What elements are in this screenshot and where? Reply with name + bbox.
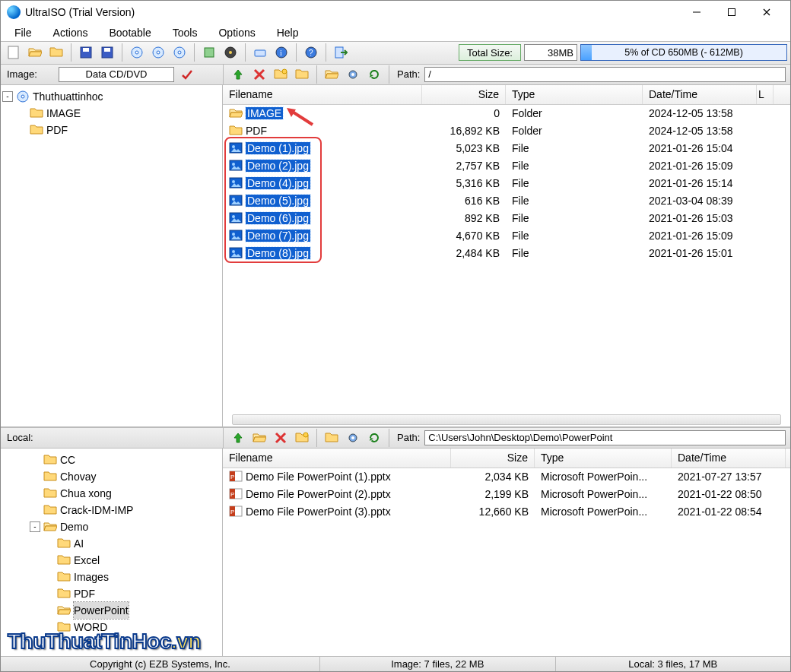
disc-icon — [16, 90, 30, 103]
local-open-button[interactable] — [249, 428, 269, 448]
menu-options[interactable]: Options — [208, 25, 265, 40]
tree-item[interactable]: Chovay — [2, 468, 221, 485]
file-name: Demo (4).jpg — [246, 177, 310, 189]
expand-toggle — [43, 588, 54, 599]
menu-bootable[interactable]: Bootable — [98, 25, 161, 40]
col-filename[interactable]: Filename — [223, 449, 451, 468]
remove-button[interactable] — [249, 65, 269, 84]
folder-icon — [30, 106, 43, 120]
file-type: File — [506, 142, 643, 154]
tree-item[interactable]: -Demo — [2, 518, 221, 535]
col-size[interactable]: Size — [422, 85, 506, 104]
file-date: 2021-01-22 08:50 — [672, 488, 786, 500]
list-item[interactable]: Demo (4).jpg5,316 KBFile2021-01-26 15:14 — [223, 175, 790, 192]
folder-icon — [43, 487, 57, 500]
tree-item[interactable]: PDF — [2, 585, 221, 602]
list-item[interactable]: Demo File PowerPoint (3).pptx12,660 KBMi… — [223, 503, 790, 521]
col-date[interactable]: Date/Time — [672, 449, 786, 468]
compress-button[interactable] — [199, 43, 219, 62]
minimize-button[interactable] — [679, 2, 714, 23]
write-disc-button[interactable] — [170, 43, 189, 62]
menu-help[interactable]: Help — [266, 25, 310, 40]
local-refresh-button[interactable] — [364, 428, 384, 448]
save-button[interactable] — [76, 43, 96, 62]
menu-file[interactable]: File — [4, 25, 43, 40]
reopen-button[interactable] — [46, 43, 66, 62]
list-item[interactable]: Demo File PowerPoint (2).pptx2,199 KBMic… — [223, 486, 790, 503]
file-type: File — [506, 230, 643, 242]
file-date: 2021-01-26 15:14 — [643, 177, 757, 189]
go-up-button[interactable] — [228, 65, 248, 84]
local-add-button[interactable] — [322, 428, 341, 448]
tree-label: PDF — [46, 122, 68, 138]
col-type[interactable]: Type — [535, 449, 672, 468]
save-as-button[interactable] — [97, 43, 117, 62]
burn-button[interactable] — [221, 43, 240, 62]
capacity-progress[interactable]: 5% of CD 650MB (- 612MB) — [580, 44, 787, 61]
local-delete-button[interactable] — [271, 428, 291, 448]
tree-item[interactable]: -Thuthuattinhoc — [2, 88, 221, 105]
tree-item[interactable]: PowerPoint — [2, 602, 221, 619]
local-options-button[interactable] — [343, 428, 363, 448]
tree-item[interactable]: PDF — [2, 122, 221, 138]
local-file-list[interactable]: Filename Size Type Date/Time Demo File P… — [223, 449, 790, 656]
tree-item[interactable]: Crack-IDM-IMP — [2, 502, 221, 518]
tree-item[interactable]: CC — [2, 452, 221, 468]
exit-button[interactable] — [331, 43, 351, 62]
image-tree[interactable]: -ThuthuattinhocIMAGEPDF — [1, 85, 223, 426]
info-button[interactable] — [272, 43, 291, 62]
new-button[interactable] — [4, 43, 24, 62]
open-button[interactable] — [25, 43, 45, 62]
make-cd-button[interactable] — [127, 43, 147, 62]
tree-item[interactable]: AI — [2, 535, 221, 552]
list-item[interactable]: Demo (7).jpg4,670 KBFile2021-01-26 15:09 — [223, 227, 790, 245]
list-item[interactable]: Demo (5).jpg616 KBFile2021-03-04 08:39 — [223, 192, 790, 210]
local-tree[interactable]: CCChovayChua xongCrack-IDM-IMP-DemoAIExc… — [1, 449, 223, 656]
image-path-box[interactable]: / — [424, 67, 786, 82]
refresh-button[interactable] — [364, 65, 384, 84]
list-item[interactable]: Demo (2).jpg2,757 KBFile2021-01-26 15:09 — [223, 157, 790, 175]
list-item[interactable]: Demo (8).jpg2,484 KBFile2021-01-26 15:01 — [223, 245, 790, 262]
close-button[interactable] — [749, 2, 784, 23]
col-type[interactable]: Type — [506, 85, 643, 104]
extract-button[interactable] — [322, 65, 341, 84]
col-filename[interactable]: Filename — [223, 85, 422, 104]
list-item[interactable]: Demo (6).jpg892 KBFile2021-01-26 15:03 — [223, 210, 790, 227]
local-list-header[interactable]: Filename Size Type Date/Time — [223, 449, 790, 468]
col-size[interactable]: Size — [451, 449, 535, 468]
list-item[interactable]: IMAGE0Folder2024-12-05 13:58 — [223, 105, 790, 122]
col-l[interactable]: L — [757, 85, 774, 104]
menu-tools[interactable]: Tools — [162, 25, 208, 40]
maximize-button[interactable] — [714, 2, 749, 23]
image-properties-button[interactable] — [177, 65, 197, 84]
expand-toggle[interactable]: - — [2, 91, 13, 102]
tree-item[interactable]: Chua xong — [2, 485, 221, 502]
expand-toggle[interactable]: - — [30, 521, 40, 532]
tree-item[interactable]: Images — [2, 569, 221, 585]
img-icon — [229, 141, 243, 155]
tree-item[interactable]: Excel — [2, 552, 221, 569]
image-type-box[interactable]: Data CD/DVD — [59, 67, 174, 82]
local-up-button[interactable] — [228, 428, 248, 448]
local-path-box[interactable]: C:\Users\John\Desktop\Demo\PowerPoint — [424, 430, 786, 445]
tree-item[interactable]: WORD — [2, 619, 221, 636]
file-name: Demo File PowerPoint (2).pptx — [246, 488, 391, 500]
make-floppy-button[interactable] — [148, 43, 168, 62]
tree-item[interactable]: IMAGE — [2, 105, 221, 122]
status-image-info: Image: 7 files, 22 MB — [320, 657, 556, 671]
list-item[interactable]: Demo (1).jpg5,023 KBFile2021-01-26 15:04 — [223, 140, 790, 157]
mount-button[interactable] — [250, 43, 270, 62]
local-newfolder-button[interactable] — [292, 428, 312, 448]
help-button[interactable] — [301, 43, 321, 62]
options-button[interactable] — [343, 65, 363, 84]
col-date[interactable]: Date/Time — [643, 85, 757, 104]
list-item[interactable]: PDF16,892 KBFolder2024-12-05 13:58 — [223, 122, 790, 140]
folder-icon — [43, 470, 57, 483]
add-files-button[interactable] — [292, 65, 312, 84]
menu-actions[interactable]: Actions — [43, 25, 99, 40]
image-file-list[interactable]: Filename Size Type Date/Time L IMAGE0Fol… — [223, 85, 790, 426]
image-list-header[interactable]: Filename Size Type Date/Time L — [223, 85, 790, 105]
new-folder-button[interactable] — [271, 65, 291, 84]
hscrollbar[interactable] — [232, 414, 781, 425]
list-item[interactable]: Demo File PowerPoint (1).pptx2,034 KBMic… — [223, 468, 790, 486]
